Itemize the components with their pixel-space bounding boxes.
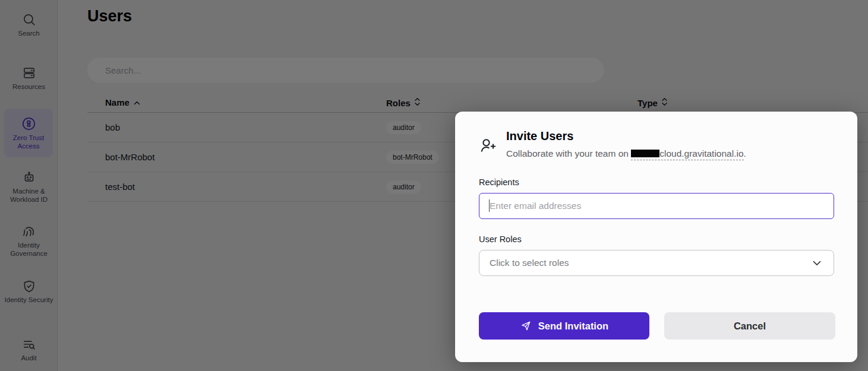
user-plus-icon	[479, 137, 497, 157]
recipients-label: Recipients	[479, 177, 519, 187]
app-screen: Search Resources Zero Trust Access Machi…	[0, 0, 868, 371]
send-invitation-button[interactable]: Send Invitation	[479, 312, 649, 340]
recipients-input[interactable]	[479, 193, 834, 219]
modal-subtitle: Collaborate with your team on cloud.grav…	[506, 148, 746, 159]
cancel-button[interactable]: Cancel	[664, 312, 835, 340]
redacted-tenant-name	[631, 150, 659, 157]
user-roles-label: User Roles	[479, 234, 522, 244]
roles-select[interactable]: Click to select roles	[479, 250, 834, 276]
roles-select-placeholder: Click to select roles	[490, 258, 569, 268]
modal-title: Invite Users	[506, 129, 573, 143]
invite-users-modal: Invite Users Collaborate with your team …	[455, 112, 857, 362]
paper-plane-icon	[520, 320, 532, 332]
cluster-domain: cloud.gravitational.io	[631, 148, 743, 160]
text-cursor	[489, 199, 490, 212]
chevron-down-icon	[810, 256, 823, 269]
